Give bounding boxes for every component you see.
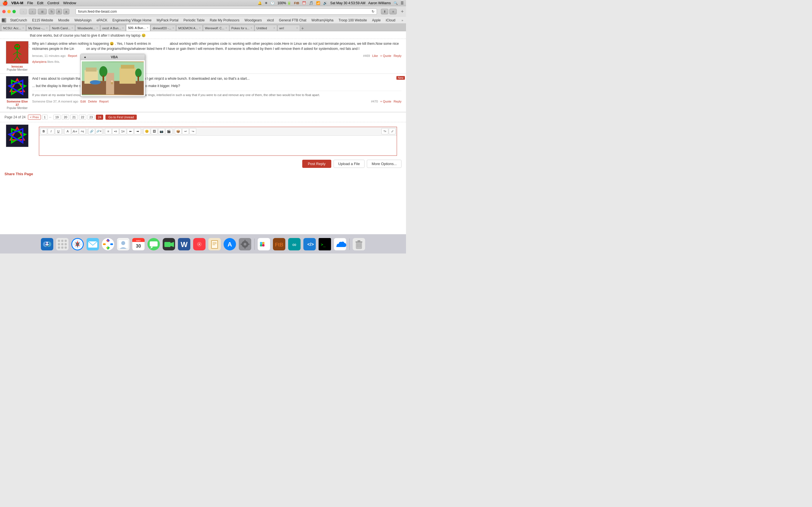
dock-books[interactable] <box>207 237 221 251</box>
edit-link-someone[interactable]: Edit <box>80 99 86 104</box>
close-button[interactable] <box>2 10 6 13</box>
tab-pokes[interactable]: Pokes for s...× <box>230 25 254 31</box>
page-23[interactable]: 23 <box>87 115 95 120</box>
time-machine-icon[interactable]: ⏰ <box>302 1 306 5</box>
menu-file[interactable]: File <box>28 1 33 5</box>
bookmark-icloud[interactable]: iCloud <box>384 18 398 23</box>
dock-messages[interactable] <box>147 237 161 251</box>
reply-button-someone[interactable]: Reply <box>394 99 402 104</box>
share-label[interactable]: Share This Page <box>4 172 33 176</box>
address-bar[interactable]: forum.feed-the-beast.com ↻ <box>75 8 377 15</box>
clear-formatting-button[interactable]: Tx <box>382 128 388 134</box>
tab-mydrive[interactable]: My Drive -...× <box>26 25 50 31</box>
liker-name[interactable]: dylanpiera <box>32 60 47 63</box>
align-button[interactable]: ≡ <box>105 128 112 134</box>
expand-button[interactable]: ⤢ <box>389 128 396 134</box>
image-button[interactable]: 🖼 <box>151 128 158 134</box>
bluetooth-icon[interactable]: 🎵 <box>309 1 313 5</box>
tab-505[interactable]: 505: A Bun...× <box>126 24 150 31</box>
dock-trash[interactable] <box>352 237 366 251</box>
tab-direwolf[interactable]: direwolf20 -...× <box>151 25 176 31</box>
underline-button[interactable]: U <box>55 128 62 134</box>
delete-link-someone[interactable]: Delete <box>88 99 97 104</box>
like-button-lenscas[interactable]: Like <box>372 54 378 58</box>
dock-ftb[interactable]: FtB <box>272 237 286 251</box>
dock-appstore[interactable]: A <box>223 237 237 251</box>
dock-photos[interactable] <box>101 237 115 251</box>
add-tab-button[interactable]: + <box>401 9 404 15</box>
first-page-button[interactable]: 1 <box>42 115 48 120</box>
bookmark-xkcd[interactable]: xkcd <box>264 18 276 23</box>
bookmarks-more[interactable]: » <box>400 18 404 22</box>
numbered-button[interactable]: 1≡ <box>119 128 126 134</box>
video-button[interactable]: 🎬 <box>165 128 172 134</box>
apple-menu[interactable]: 🍎 <box>2 0 8 6</box>
dock-calendar[interactable]: 30 MAY <box>132 237 146 251</box>
undo-button[interactable]: ↩ <box>182 128 189 134</box>
app-name[interactable]: VBA-M <box>11 1 23 5</box>
tab-werewolf[interactable]: Werewolf: C...× <box>203 25 229 31</box>
sidebar-button[interactable]: ⊞ <box>38 9 47 14</box>
dock-xcode[interactable]: </> <box>303 237 317 251</box>
dock-safari[interactable] <box>70 237 85 251</box>
bookmark-rmp[interactable]: Rate My Professors <box>207 18 242 23</box>
link-button[interactable]: 🔗 <box>88 128 95 134</box>
indent-left-button[interactable]: ⬅ <box>127 128 134 134</box>
dock-facetime[interactable] <box>162 237 176 251</box>
reader-view-small[interactable]: a <box>63 9 69 14</box>
snowflake-icon[interactable]: ✳ <box>265 1 267 5</box>
menu-window[interactable]: Window <box>63 1 76 5</box>
bookmark-mypack[interactable]: MyPack Portal <box>154 18 181 23</box>
more-options-button[interactable]: More Options... <box>367 160 402 168</box>
tab-untitled[interactable]: Untitled× <box>255 25 277 31</box>
reader-view-button[interactable]: A <box>56 9 62 14</box>
emoji-button[interactable]: 😊 <box>144 128 150 134</box>
vba-popup[interactable]: ● VBA <box>80 54 145 97</box>
page-22[interactable]: 22 <box>79 115 86 120</box>
unlink-button[interactable]: 🔗✕ <box>96 128 102 134</box>
dock-finder[interactable] <box>40 237 54 251</box>
post-reply-button[interactable]: Post Reply <box>302 160 331 168</box>
bookmark-statcrunch[interactable]: StatCrunch <box>8 18 29 23</box>
dock-music[interactable] <box>192 237 206 251</box>
dock-sysprefs[interactable] <box>238 237 252 251</box>
menu-edit[interactable]: Edit <box>37 1 43 5</box>
minimize-button[interactable] <box>7 10 11 13</box>
reading-list-button[interactable]: ≡ <box>389 9 397 14</box>
bookmark-e115[interactable]: E115 Website <box>30 18 56 23</box>
bookmark-apple[interactable]: Apple <box>370 18 383 23</box>
dock-terminal[interactable]: >_ <box>318 237 332 251</box>
report-link-someone[interactable]: Report <box>99 99 109 104</box>
dock-contacts[interactable] <box>116 237 130 251</box>
wifi-icon[interactable]: 📶 <box>316 1 320 5</box>
font-size-up-button[interactable]: A+ <box>71 128 79 134</box>
tab-partial[interactable]: wn!× <box>277 25 300 31</box>
clock-icon[interactable]: 🕐 <box>270 1 274 5</box>
bullets-button[interactable]: •≡ <box>112 128 119 134</box>
indent-right-button[interactable]: ➡ <box>134 128 141 134</box>
notification-list-icon[interactable]: ☰ <box>401 1 404 5</box>
tab-northcarol[interactable]: North Carol...× <box>50 25 75 31</box>
code-button[interactable]: 📦 <box>175 128 182 134</box>
page-20[interactable]: 20 <box>62 115 69 120</box>
dock-slack[interactable] <box>257 237 271 251</box>
notification-icon[interactable]: 🔔 <box>258 1 262 5</box>
dock-mail[interactable] <box>86 237 100 251</box>
bookmark-wolfram[interactable]: Wolfram|Alpha <box>309 18 336 23</box>
page-19[interactable]: 19 <box>53 115 61 120</box>
back-button[interactable]: ‹ <box>20 9 27 14</box>
page-24[interactable]: 24 <box>96 115 103 120</box>
bookmark-troop[interactable]: Troop 100 Website <box>336 18 369 23</box>
reload-button[interactable]: ↻ <box>49 9 55 14</box>
bookmark-woodgears[interactable]: Woodgears <box>242 18 264 23</box>
tab-ncsu[interactable]: NCSU: Acc...× <box>1 25 26 31</box>
dock-arduino[interactable]: ∞ <box>287 237 301 251</box>
ftb-icon[interactable]: FtB <box>294 1 299 5</box>
italic-button[interactable]: I <box>48 128 54 134</box>
bookmark-eng-village[interactable]: Engineering Village Home <box>110 18 154 23</box>
search-icon[interactable]: 🔍 <box>394 1 398 5</box>
bookmark-periodic[interactable]: Periodic Table <box>181 18 207 23</box>
font-color-button[interactable]: A <box>64 128 71 134</box>
maximize-button[interactable] <box>12 10 16 13</box>
dock-launchpad[interactable] <box>55 237 69 251</box>
